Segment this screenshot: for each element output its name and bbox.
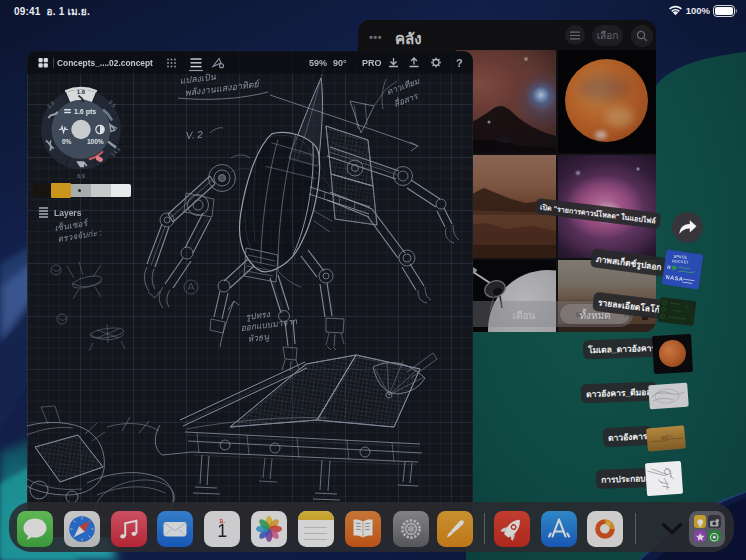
svg-text:R: R bbox=[667, 264, 672, 270]
svg-text:90°: 90° bbox=[333, 58, 347, 68]
svg-text:6.9: 6.9 bbox=[77, 173, 85, 179]
svg-text:ROCKET: ROCKET bbox=[672, 258, 690, 264]
svg-text:1.6 pts: 1.6 pts bbox=[74, 108, 96, 116]
svg-text:NASA: NASA bbox=[665, 274, 683, 282]
svg-text:?: ? bbox=[456, 57, 463, 69]
svg-text:0%: 0% bbox=[62, 138, 72, 145]
svg-text:V. 2: V. 2 bbox=[185, 129, 203, 141]
svg-text:Layers: Layers bbox=[54, 208, 82, 218]
svg-text:PRO: PRO bbox=[362, 58, 382, 68]
svg-text:1.6: 1.6 bbox=[77, 89, 86, 95]
svg-text:หัวธนู: หัวธนู bbox=[247, 331, 270, 345]
svg-text:100%: 100% bbox=[87, 138, 104, 145]
svg-text:59%: 59% bbox=[309, 58, 327, 68]
svg-text:Concepts_....02.concept: Concepts_....02.concept bbox=[57, 58, 153, 68]
